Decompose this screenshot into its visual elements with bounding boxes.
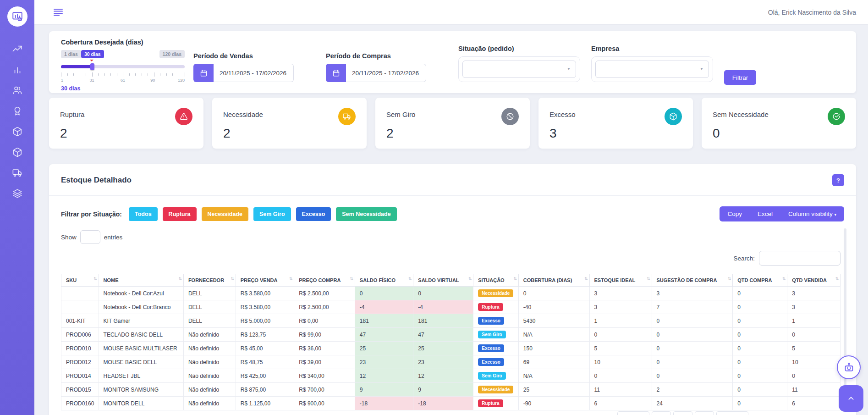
column-header-pre-o-compra[interactable]: PREÇO COMPRA⇅: [294, 274, 355, 287]
cell-saldo_fisico: -4: [355, 300, 413, 314]
sort-icon: ⇅: [835, 277, 839, 281]
filter-sem-giro-button[interactable]: Sem Giro: [253, 207, 291, 221]
sidebar-item-box-4[interactable]: [8, 122, 27, 141]
card-label: Excesso: [549, 108, 576, 118]
pagination-button[interactable]: [652, 411, 671, 415]
column-header-saldo-virtual[interactable]: SALDO VIRTUAL⇅: [413, 274, 473, 287]
cell-saldo_fisico: -18: [355, 397, 413, 410]
column-header-sugest-o-de-compra[interactable]: SUGESTÃO DE COMPRA⇅: [652, 274, 733, 287]
column-header-fornecedor[interactable]: FORNECEDOR⇅: [183, 274, 236, 287]
slider-tick: [86, 73, 86, 76]
calendar-icon: [200, 69, 208, 77]
table-row[interactable]: 001-KITKIT GamerDELLR$ 5.000,00R$ 0,0018…: [61, 314, 841, 328]
column-header-estoque-ideal[interactable]: ESTOQUE IDEAL⇅: [589, 274, 652, 287]
coverage-slider[interactable]: [61, 63, 185, 70]
table-row[interactable]: Notebook - Dell Cor:AzulDELLR$ 3.580,00R…: [61, 287, 841, 300]
table-row[interactable]: PROD015MONITOR SAMSUNGNão definidoR$ 875…: [61, 383, 841, 397]
sidebar-item-truck-6[interactable]: [8, 164, 27, 182]
column-header-qtd-compra[interactable]: QTD COMPRA⇅: [733, 274, 787, 287]
sidebar: [0, 0, 34, 415]
show-entries: Show entries: [49, 221, 856, 244]
sales-period-value[interactable]: 20/11/2025 - 17/02/2026: [214, 64, 294, 82]
cell-fornecedor: Não definido: [183, 397, 236, 410]
filter-necessidade-button[interactable]: Necessidade: [202, 207, 248, 221]
chat-assistant-button[interactable]: [837, 355, 861, 379]
pagination-button[interactable]: [695, 411, 714, 415]
pagination-button[interactable]: [617, 411, 649, 415]
status-badge: Necessidade: [478, 386, 513, 393]
sidebar-item-trending-up-0[interactable]: [8, 40, 27, 58]
filter-excesso-button[interactable]: Excesso: [296, 207, 331, 221]
filter-ruptura-button[interactable]: Ruptura: [163, 207, 197, 221]
sidebar-item-award-3[interactable]: [8, 102, 27, 120]
cell-estoque_ideal: 3: [589, 300, 652, 314]
column-header-sku[interactable]: SKU⇅: [61, 274, 99, 287]
scroll-to-top-button[interactable]: [839, 385, 863, 412]
sales-period-input[interactable]: 20/11/2025 - 17/02/2026: [193, 64, 294, 82]
column-header-saldo-f-sico[interactable]: SALDO FÍSICO⇅: [355, 274, 413, 287]
users-icon: [12, 85, 22, 95]
slider-tick-labels: 1316190120: [61, 78, 185, 83]
situation-select[interactable]: ▼: [462, 61, 576, 78]
situation-select-block: Situação (pedido) ▼: [458, 45, 580, 82]
slider-tick: [135, 73, 136, 76]
company-select[interactable]: ▼: [595, 61, 709, 78]
app-logo[interactable]: [7, 6, 27, 27]
cell-qtd_vendida: 1: [787, 314, 841, 328]
column-header-situa-o[interactable]: SITUAÇÃO⇅: [473, 274, 519, 287]
slider-tick: [179, 73, 179, 76]
cell-qtd_compra: 0: [733, 342, 787, 355]
slider-handle[interactable]: [90, 63, 94, 70]
cell-preco_compra: R$ 700,00: [294, 383, 355, 397]
pagination-button[interactable]: [716, 411, 748, 415]
column-header-nome[interactable]: NOME⇅: [99, 274, 183, 287]
filter-button[interactable]: Filtrar: [724, 70, 756, 85]
table-row[interactable]: PROD0160MONITOR DELLNão definidoR$ 1.125…: [61, 397, 841, 410]
search-bar: Search:: [49, 244, 856, 266]
excel-button[interactable]: Excel: [750, 206, 780, 221]
sidebar-item-layers-7[interactable]: [8, 184, 27, 203]
table-row[interactable]: PROD006TECLADO BASIC DELLNão definidoR$ …: [61, 328, 841, 342]
cell-sugestao_compra: 0: [652, 328, 733, 342]
table-scrollbar[interactable]: [844, 228, 846, 412]
sidebar-item-users-2[interactable]: [8, 81, 27, 100]
copy-button[interactable]: Copy: [720, 206, 750, 221]
menu-icon[interactable]: [53, 7, 64, 18]
sort-icon: ⇅: [647, 277, 650, 281]
chart-cloud-logo-icon: [11, 11, 23, 22]
purchase-period-input[interactable]: 20/11/2025 - 17/02/2026: [326, 64, 426, 82]
card-value: 0: [713, 126, 845, 141]
column-header-cobertura-dias[interactable]: COBERTURA (DIAS)⇅: [518, 274, 589, 287]
purchase-period-value[interactable]: 20/11/2025 - 17/02/2026: [346, 64, 426, 82]
cell-situacao: Necessidade: [473, 287, 519, 300]
cell-fornecedor: Não definido: [183, 342, 236, 355]
robot-icon: [843, 361, 855, 374]
user-greeting: Olá, Erick Nascimento da Silva: [768, 9, 856, 16]
cell-fornecedor: Não definido: [183, 369, 236, 383]
entries-select[interactable]: [80, 230, 100, 244]
filter-todos-button[interactable]: Todos: [129, 207, 158, 221]
filter-sem-necessidade-button[interactable]: Sem Necessidade: [336, 207, 396, 221]
slider-ruler: [61, 72, 185, 77]
table-row[interactable]: Notebook - Dell Cor:BrancoDELLR$ 3.580,0…: [61, 300, 841, 314]
column-label: QTD COMPRA: [737, 277, 772, 283]
sidebar-item-box-5[interactable]: [8, 143, 27, 161]
search-input[interactable]: [759, 251, 841, 266]
table-row[interactable]: PROD012MOUSE BASIC DELLNão definidoR$ 48…: [61, 355, 841, 369]
stock-table-wrap: SKU⇅NOME⇅FORNECEDOR⇅PREÇO VENDA⇅PREÇO CO…: [49, 266, 856, 410]
column-visibility-button[interactable]: Column visibility ▾: [780, 206, 844, 221]
table-row[interactable]: PROD014HEADSET JBLNão definidoR$ 425,00R…: [61, 369, 841, 383]
sort-icon: ⇅: [289, 277, 293, 281]
table-row[interactable]: PROD010MOUSE BASIC MULTILASERNão definid…: [61, 342, 841, 355]
column-header-qtd-vendida[interactable]: QTD VENDIDA⇅: [787, 274, 841, 287]
pagination-button[interactable]: [673, 411, 692, 415]
help-button[interactable]: ?: [832, 174, 844, 186]
column-header-pre-o-venda[interactable]: PREÇO VENDA⇅: [236, 274, 294, 287]
ban-icon: [501, 108, 519, 125]
sort-icon: ⇅: [782, 277, 786, 281]
card-value: 2: [386, 126, 519, 141]
cell-fornecedor: Não definido: [183, 383, 236, 397]
sidebar-item-bar-chart-1[interactable]: [8, 61, 27, 79]
cell-preco_venda: R$ 3.580,00: [236, 287, 294, 300]
slider-tick: [185, 72, 185, 77]
